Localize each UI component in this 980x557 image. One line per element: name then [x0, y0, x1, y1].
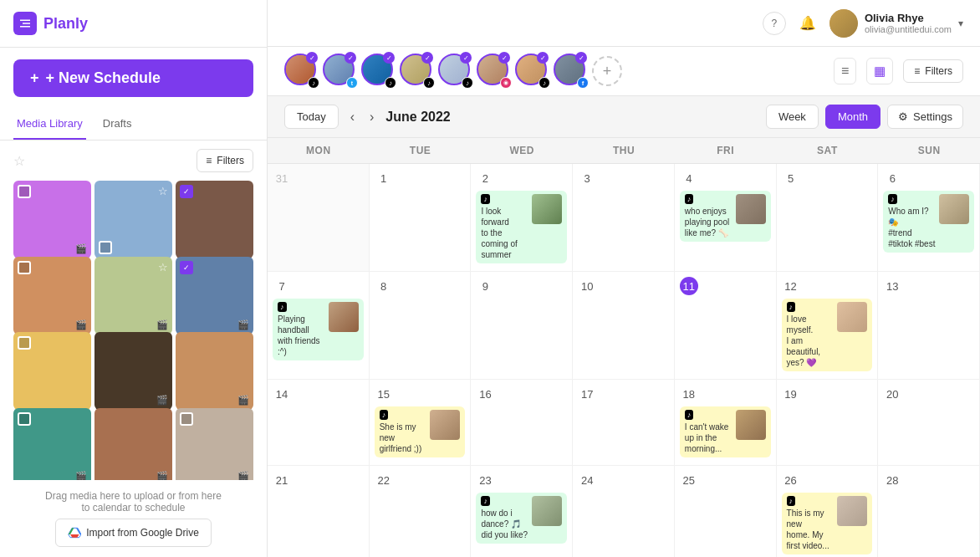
table-row[interactable]: 8 [370, 272, 472, 380]
table-row[interactable]: 15 ♪ She is mynew girlfriend ;)) [370, 380, 472, 466]
event-thumbnail [837, 302, 867, 332]
media-checkbox[interactable] [18, 336, 31, 350]
account-avatar[interactable]: ✓ ♪ [515, 54, 550, 89]
day-number: 28 [883, 471, 901, 489]
day-number: 2 [476, 169, 494, 187]
tiktok-icon: ♪ [462, 77, 473, 89]
tiktok-icon: ♪ [308, 77, 319, 89]
account-avatar[interactable]: ✓ t [323, 54, 358, 89]
list-item[interactable]: 🎬 [94, 332, 172, 410]
help-button[interactable]: ? [763, 12, 786, 35]
table-row[interactable]: 1 [370, 164, 472, 272]
table-row[interactable]: 2 ♪ I look forwardto the coming of summe… [471, 164, 573, 272]
calendar: MON TUE WED THU FRI SAT SUN 31 1 2 ♪ I l… [268, 138, 980, 557]
global-header: ? 🔔 Olivia Rhye olivia@untitledui.com ▾ [268, 0, 980, 47]
header-fri: FRI [675, 138, 777, 163]
list-item[interactable]: ✓ [176, 181, 253, 258]
table-row[interactable]: 5 [777, 164, 879, 272]
media-grid: 🎬 ☆ ✓ 🎬 ☆ 🎬 ✓ 🎬 🎬 🎬 [0, 181, 267, 480]
tiktok-icon: ♪ [385, 77, 396, 89]
table-row[interactable]: 28 [878, 466, 980, 557]
tab-media-library[interactable]: Media Library [13, 109, 86, 140]
day-number: 22 [375, 471, 393, 489]
tab-drafts[interactable]: Drafts [100, 109, 135, 140]
table-row[interactable]: 21 [268, 466, 370, 557]
account-avatar[interactable]: ✓ ♪ [438, 54, 473, 89]
calendar-event[interactable]: ♪ Playinghandball with friends :^) [273, 299, 364, 360]
calendar-event[interactable]: ♪ how do idance? 🎵 did you like? [476, 493, 567, 544]
new-schedule-button[interactable]: + + New Schedule [13, 59, 253, 97]
table-row[interactable]: 3 [573, 164, 675, 272]
table-row[interactable]: 18 ♪ I can't wakeup in the morning... [675, 380, 777, 466]
calendar-view-button[interactable]: ▦ [866, 58, 893, 84]
user-menu[interactable]: Olivia Rhye olivia@untitledui.com ▾ [829, 9, 963, 38]
account-avatars: ✓ ♪ ✓ t ✓ ♪ ✓ ♪ [284, 54, 622, 89]
list-item[interactable]: 🎬 [94, 408, 172, 481]
tiktok-logo: ♪ [481, 496, 490, 506]
table-row[interactable]: 12 ♪ I love myself.I am beautiful, yes? … [777, 272, 879, 380]
account-avatar[interactable]: ✓ ♪ [361, 54, 396, 89]
calendar-event[interactable]: ♪ I love myself.I am beautiful, yes? 💜 [782, 299, 873, 371]
account-avatar[interactable]: ✓ ♪ [400, 54, 435, 89]
table-row[interactable]: 13 [878, 272, 980, 380]
media-checkbox[interactable] [18, 412, 31, 426]
list-item[interactable]: ✓ 🎬 [176, 257, 253, 335]
table-row[interactable]: 22 [370, 466, 472, 557]
table-row[interactable]: 14 [268, 380, 370, 466]
table-row[interactable]: 23 ♪ how do idance? 🎵 did you like? [471, 466, 573, 557]
table-row[interactable]: 20 [878, 380, 980, 466]
list-view-button[interactable]: ≡ [834, 58, 856, 84]
list-item[interactable]: 🎬 [13, 408, 91, 481]
table-row[interactable]: 7 ♪ Playinghandball with friends :^) [268, 272, 370, 380]
list-item[interactable] [13, 332, 91, 410]
table-row[interactable]: 24 [573, 466, 675, 557]
prev-month-button[interactable]: ‹ [347, 106, 358, 128]
calendar-settings-button[interactable]: ⚙ Settings [887, 105, 963, 129]
day-number: 3 [578, 169, 596, 187]
today-button[interactable]: Today [284, 105, 339, 129]
table-row[interactable]: 6 ♪ Who am I? 🎭#trend #tiktok #best [878, 164, 980, 272]
table-row[interactable]: 11 [675, 272, 777, 380]
calendar-event[interactable]: ♪ She is mynew girlfriend ;)) [375, 406, 466, 457]
next-month-button[interactable]: › [366, 106, 377, 128]
event-text: how do idance? 🎵 did you like? [481, 508, 528, 540]
calendar-event[interactable]: ♪ who enjoysplaying pool like me? 🦴 [680, 191, 771, 242]
calendar-event[interactable]: ♪ This is my newhome. My first video... [782, 493, 873, 554]
day-number: 11 [680, 277, 698, 295]
list-item[interactable]: ☆ [94, 181, 172, 258]
table-row[interactable]: 4 ♪ who enjoysplaying pool like me? 🦴 [675, 164, 777, 272]
table-row[interactable]: 31 [268, 164, 370, 272]
media-checkbox[interactable] [18, 185, 31, 198]
list-item[interactable]: 🎬 [176, 332, 253, 410]
calendar-event[interactable]: ♪ I can't wakeup in the morning... [680, 406, 771, 457]
account-avatar[interactable]: ✓ ◉ [477, 54, 512, 89]
notifications-button[interactable]: 🔔 [799, 15, 816, 31]
cal-nav-left: Today ‹ › June 2022 [284, 105, 451, 129]
media-filter-button[interactable]: ≡ Filters [197, 149, 253, 172]
month-view-button[interactable]: Month [825, 105, 880, 129]
table-row[interactable]: 19 [777, 380, 879, 466]
calendar-event[interactable]: ♪ Who am I? 🎭#trend #tiktok #best [883, 191, 974, 253]
media-checkbox[interactable] [18, 261, 31, 274]
table-row[interactable]: 9 [471, 272, 573, 380]
table-row[interactable]: 25 [675, 466, 777, 557]
table-row[interactable]: 10 [573, 272, 675, 380]
list-item[interactable]: ☆ 🎬 [94, 257, 172, 335]
table-row[interactable]: 16 [471, 380, 573, 466]
import-google-drive-button[interactable]: Import from Google Drive [55, 519, 212, 547]
list-item[interactable]: 🎬 [176, 408, 253, 481]
add-account-button[interactable]: + [592, 56, 622, 86]
cal-nav-right: Week Month ⚙ Settings [766, 105, 963, 129]
list-item[interactable]: 🎬 [13, 181, 91, 258]
account-avatar[interactable]: ✓ ♪ [284, 54, 319, 89]
top-bar-right: ≡ ▦ ≡ Filters [834, 58, 963, 84]
table-row[interactable]: 17 [573, 380, 675, 466]
media-checkbox[interactable] [180, 412, 193, 426]
list-item[interactable]: 🎬 [13, 257, 91, 335]
favorites-icon[interactable]: ☆ [13, 153, 25, 169]
filters-button[interactable]: ≡ Filters [903, 59, 963, 83]
week-view-button[interactable]: Week [766, 105, 819, 129]
account-avatar[interactable]: ✓ f [554, 54, 589, 89]
table-row[interactable]: 26 ♪ This is my newhome. My first video.… [777, 466, 879, 557]
calendar-event[interactable]: ♪ I look forwardto the coming of summer [476, 191, 567, 263]
